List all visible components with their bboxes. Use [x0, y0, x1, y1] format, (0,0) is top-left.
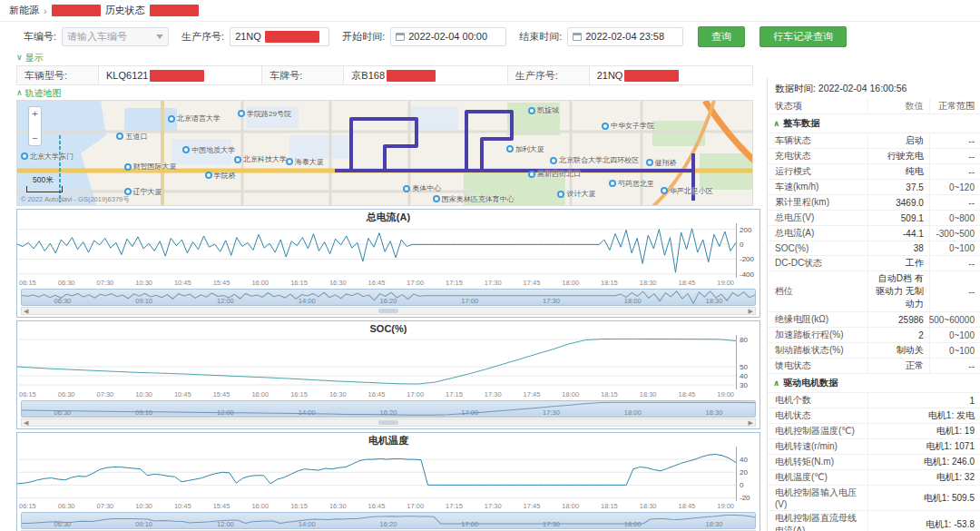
- chart-scrollbar[interactable]: ◀▶: [21, 418, 756, 427]
- zoom-out-icon[interactable]: −: [32, 133, 37, 143]
- vehicle-no-select[interactable]: 请输入车编号: [62, 27, 169, 46]
- section-header[interactable]: ∧驱动电机数据: [768, 374, 980, 393]
- trip-record-query-button[interactable]: 行车记录查询: [760, 26, 847, 47]
- poi-label: 北京科技大学: [243, 154, 287, 164]
- row-value: 电机1: 509.5: [867, 486, 980, 510]
- x-tick-label: 17:30: [485, 279, 502, 288]
- map-poi[interactable]: 奥体中心: [403, 183, 441, 193]
- row-value: 3469.0: [867, 195, 929, 210]
- x-tick-label: 17:15: [446, 502, 463, 511]
- map-poi[interactable]: 学院路29号院: [238, 109, 291, 119]
- serial-input[interactable]: 21NQ: [230, 27, 329, 46]
- track-map[interactable]: 北京大学东门五道口北京语言大学学院路29号院中国地质大学北京科技大学财智国际大厦…: [16, 100, 753, 206]
- map-poi[interactable]: 中华女子学院: [602, 121, 654, 131]
- scrollbar-thumb[interactable]: [378, 309, 398, 313]
- poi-icon: [116, 133, 123, 140]
- row-label: DC-DC状态: [768, 256, 867, 270]
- chart-navigator[interactable]: 06:3009:1012:0014:0016:2017:0017:3018:00…: [21, 512, 756, 529]
- navigator-time-label: 06:30: [54, 408, 71, 417]
- map-poi[interactable]: 北京联合大学北四环校区: [550, 155, 639, 165]
- x-tick-label: 10:45: [174, 279, 191, 288]
- poi-icon: [21, 152, 28, 160]
- poi-icon: [602, 123, 609, 130]
- x-tick-label: 18:30: [640, 390, 657, 399]
- poi-label: 北京语言大学: [177, 113, 220, 123]
- x-tick-label: 16:30: [329, 502, 347, 511]
- table-row: 累计里程(km)3469.0--: [768, 195, 980, 211]
- x-tick-label: 17:15: [446, 279, 463, 288]
- x-tick-label: 17:30: [485, 502, 502, 511]
- x-tick-label: 17:00: [407, 390, 424, 399]
- x-tick-label: 16:15: [290, 279, 308, 288]
- map-poi[interactable]: 财智国际大厦: [124, 162, 177, 172]
- poi-label: 中国地质大学: [191, 145, 235, 155]
- y-tick-label: 30: [740, 381, 748, 389]
- map-poi[interactable]: 中国地质大学: [182, 145, 235, 155]
- charts: 总电流(A)2000-200-40006:1506:3007:3010:3010…: [16, 209, 767, 531]
- navigator-time-label: 14:00: [299, 408, 316, 417]
- model-value: KLQ6121: [99, 66, 262, 84]
- x-tick-label: 07:30: [96, 279, 113, 288]
- chart-plot[interactable]: [17, 223, 736, 278]
- map-poi[interactable]: 海泰大厦: [286, 157, 324, 167]
- zoom-in-icon[interactable]: +: [32, 109, 37, 119]
- row-label: 绝缘电阻(kΩ): [768, 312, 867, 327]
- redaction: [387, 70, 436, 82]
- poi-label: 芍药居北里: [618, 179, 654, 189]
- map-poi[interactable]: 北京大学东门: [21, 152, 74, 162]
- calendar-icon: [396, 33, 405, 41]
- chart-navigator[interactable]: 06:3009:1012:0014:0016:2017:0017:3018:00…: [21, 400, 756, 418]
- navigator-time-label: 12:00: [217, 297, 234, 305]
- scrollbar-thumb[interactable]: [378, 420, 398, 425]
- navigator-time-label: 18:00: [624, 297, 642, 305]
- row-range: 500~60000: [929, 312, 980, 327]
- row-value: 纯电: [867, 164, 929, 179]
- map-poi[interactable]: 北京语言大学: [168, 113, 220, 123]
- breadcrumb-root[interactable]: 新能源: [9, 4, 39, 17]
- x-tick-label: 18:15: [601, 390, 618, 399]
- scroll-right-icon[interactable]: ▶: [747, 308, 755, 314]
- row-range: --: [929, 256, 980, 270]
- show-toggle[interactable]: ∨ 显示: [16, 51, 767, 64]
- redaction: [52, 5, 101, 16]
- map-poi[interactable]: 华严北里小区: [661, 186, 713, 196]
- row-value: 工作: [867, 256, 929, 270]
- navigator-time-label: 14:00: [299, 297, 316, 305]
- table-row: 绝缘电阻(kΩ)25986500~60000: [768, 312, 980, 328]
- scroll-left-icon[interactable]: ◀: [22, 419, 30, 426]
- end-time-input[interactable]: 2022-02-04 23:58: [567, 27, 683, 46]
- chart-navigator[interactable]: 06:3009:1012:0014:0016:2017:0017:3018:00…: [21, 289, 756, 306]
- x-tick-label: 06:15: [19, 502, 36, 511]
- model-label: 车辆型号:: [17, 66, 99, 84]
- x-tick-label: 17:45: [524, 502, 541, 511]
- chart-scrollbar[interactable]: ◀▶: [21, 307, 756, 315]
- map-poi[interactable]: 国家奥林匹克体育中心: [433, 194, 514, 204]
- map-poi[interactable]: 加利大厦: [506, 144, 544, 154]
- map-poi[interactable]: 北京科技大学: [234, 154, 287, 164]
- map-poi[interactable]: 设计大厦: [557, 189, 595, 199]
- map-poi[interactable]: 芍药居北里: [609, 179, 654, 189]
- start-time-input[interactable]: 2022-02-04 00:00: [390, 27, 506, 46]
- poi-label: 学院路29号院: [247, 109, 291, 119]
- query-button[interactable]: 查询: [698, 26, 745, 47]
- row-value: 电机1: 1071: [867, 439, 980, 454]
- chart-plot[interactable]: [17, 447, 736, 501]
- chart-plot[interactable]: [17, 335, 736, 389]
- section-header[interactable]: ∧整车数据: [768, 114, 980, 133]
- poi-icon: [168, 115, 175, 123]
- map-poi[interactable]: 学院桥: [205, 171, 236, 181]
- map-zoom-control[interactable]: + −: [28, 106, 42, 146]
- map-poi[interactable]: 凯旋城: [528, 105, 559, 115]
- row-label: 电机控制器输入电压(V): [768, 486, 867, 510]
- track-map-toggle[interactable]: ∧ 轨迹地图: [16, 86, 767, 100]
- table-row: DC-DC状态工作--: [768, 256, 980, 271]
- row-label: 电机控制器直流母线电流(A): [768, 511, 867, 531]
- navigator-time-label: 09:10: [135, 297, 152, 305]
- map-poi[interactable]: 健翔桥: [646, 158, 677, 168]
- map-poi[interactable]: 惠新西街北口: [528, 169, 581, 179]
- map-poi[interactable]: 五道口: [116, 132, 147, 142]
- row-label: 电机转矩(N.m): [768, 455, 867, 469]
- scroll-right-icon[interactable]: ▶: [747, 419, 755, 426]
- table-row: 充电状态行驶充电--: [768, 149, 980, 164]
- scroll-left-icon[interactable]: ◀: [22, 308, 30, 314]
